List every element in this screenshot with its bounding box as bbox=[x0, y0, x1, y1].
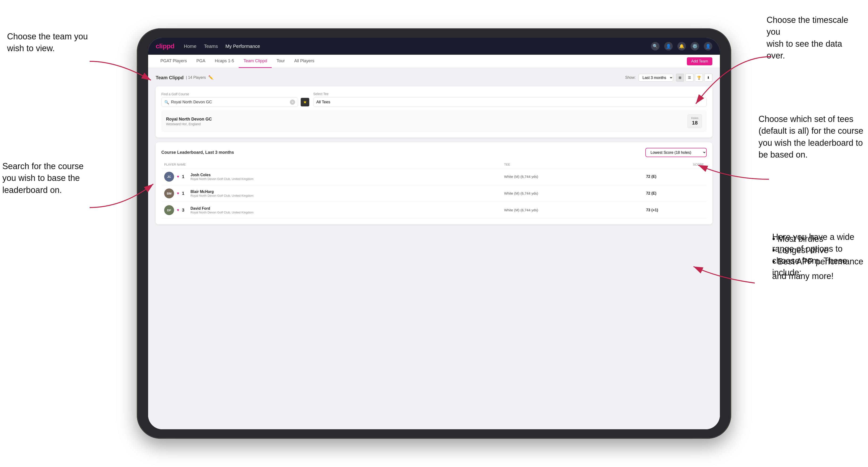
app-logo: clippd bbox=[156, 42, 174, 50]
annotation-tees: Choose which set of tees (default is all… bbox=[758, 113, 863, 161]
team-title: Team Clippd | 14 Players ✏️ bbox=[156, 75, 214, 81]
grid-view-button[interactable]: ⊞ bbox=[676, 73, 684, 82]
course-search-card: Find a Golf Course 🔍 ✕ ★ Select Tee bbox=[156, 86, 712, 137]
player-tee: White (M) (6,744 yds) bbox=[504, 208, 538, 212]
subnav-team-clippd[interactable]: Team Clippd bbox=[239, 55, 272, 68]
course-search-input-wrap: 🔍 ✕ bbox=[161, 97, 298, 107]
player-club: Royal North Devon Golf Club, United King… bbox=[191, 211, 253, 214]
view-icons: ⊞ ☰ 🏆 ⬇ bbox=[676, 73, 712, 82]
edit-team-icon[interactable]: ✏️ bbox=[208, 75, 214, 80]
nav-teams[interactable]: Teams bbox=[204, 44, 218, 49]
table-row: BM ♥ 1 Blair McHarg Royal North Devon Go… bbox=[161, 185, 707, 202]
trophy-view-button[interactable]: 🏆 bbox=[695, 73, 703, 82]
annotation-timescale: Choose the timescale you wish to see the… bbox=[767, 14, 861, 62]
course-result: Royal North Devon GC Westward Ho!, Engla… bbox=[161, 111, 707, 132]
main-content: Team Clippd | 14 Players ✏️ Show: Last 3… bbox=[148, 68, 720, 429]
course-location: Westward Ho!, England bbox=[166, 122, 212, 126]
holes-badge: Holes 18 bbox=[687, 115, 702, 128]
team-header: Team Clippd | 14 Players ✏️ Show: Last 3… bbox=[156, 73, 712, 82]
player-tee: White (M) (6,744 yds) bbox=[504, 191, 538, 195]
player-name: Josh Coles bbox=[191, 173, 253, 177]
tablet-screen: clippd Home Teams My Performance 🔍 👤 🔔 ⚙… bbox=[148, 38, 720, 429]
nav-bar: clippd Home Teams My Performance 🔍 👤 🔔 ⚙… bbox=[148, 38, 720, 55]
search-magnifier-icon: 🔍 bbox=[164, 100, 169, 104]
player-avatar: BM bbox=[164, 188, 174, 198]
table-row: DF ♥ 3 David Ford Royal North Devon Golf… bbox=[161, 202, 707, 219]
user-avatar-icon[interactable]: 👤 bbox=[704, 42, 712, 51]
player-rank: 1 bbox=[182, 191, 188, 196]
annotation-choose-team: Choose the team you wish to view. bbox=[7, 31, 88, 55]
player-score: 73 (+1) bbox=[646, 208, 658, 212]
settings-icon[interactable]: ⚙️ bbox=[691, 42, 699, 51]
team-controls: Show: Last 3 months ⊞ ☰ 🏆 ⬇ bbox=[625, 73, 712, 82]
score-header: SCORE bbox=[643, 161, 707, 168]
heart-icon[interactable]: ♥ bbox=[177, 175, 179, 179]
tee-header: TEE bbox=[501, 161, 643, 168]
leaderboard-card: Course Leaderboard, Last 3 months Lowest… bbox=[156, 142, 712, 224]
find-course-group: Find a Golf Course 🔍 ✕ ★ bbox=[161, 92, 309, 107]
bell-icon[interactable]: 🔔 bbox=[677, 42, 686, 51]
heart-icon[interactable]: ♥ bbox=[177, 208, 179, 212]
leaderboard-title: Course Leaderboard, Last 3 months bbox=[161, 150, 234, 155]
player-avatar: DF bbox=[164, 205, 174, 215]
player-info: David Ford Royal North Devon Golf Club, … bbox=[191, 206, 253, 214]
nav-links: Home Teams My Performance bbox=[184, 44, 651, 49]
player-rank: 3 bbox=[182, 208, 188, 213]
download-button[interactable]: ⬇ bbox=[704, 73, 712, 82]
tee-select-group: Select Tee All Tees bbox=[313, 92, 707, 107]
sub-nav: PGAT Players PGA Hcaps 1-5 Team Clippd T… bbox=[148, 55, 720, 68]
holes-number: 18 bbox=[691, 120, 699, 126]
leaderboard-header: Course Leaderboard, Last 3 months Lowest… bbox=[161, 148, 707, 157]
add-team-button[interactable]: Add Team bbox=[687, 57, 712, 65]
player-club: Royal North Devon Golf Club, United King… bbox=[191, 194, 253, 197]
table-row: JC ♥ 1 Josh Coles Royal North Devon Golf… bbox=[161, 168, 707, 185]
subnav-tour[interactable]: Tour bbox=[272, 55, 289, 68]
player-tee: White (M) (6,744 yds) bbox=[504, 175, 538, 179]
score-type-select[interactable]: Lowest Score (18 holes) bbox=[645, 148, 707, 157]
player-count: | 14 Players bbox=[186, 75, 206, 80]
nav-home[interactable]: Home bbox=[184, 44, 196, 49]
player-club: Royal North Devon Golf Club, United King… bbox=[191, 177, 253, 181]
nav-icons: 🔍 👤 🔔 ⚙️ 👤 bbox=[651, 42, 712, 51]
subnav-pgat[interactable]: PGAT Players bbox=[156, 55, 191, 68]
holes-label: Holes bbox=[691, 117, 699, 120]
subnav-all-players[interactable]: All Players bbox=[290, 55, 319, 68]
player-name: Blair McHarg bbox=[191, 190, 253, 194]
course-info: Royal North Devon GC Westward Ho!, Engla… bbox=[166, 117, 212, 126]
heart-icon[interactable]: ♥ bbox=[177, 191, 179, 195]
player-rank: 1 bbox=[182, 174, 188, 179]
player-score: 72 (E) bbox=[646, 175, 656, 179]
subnav-pga[interactable]: PGA bbox=[191, 55, 210, 68]
find-course-label: Find a Golf Course bbox=[161, 92, 309, 96]
tee-select-label: Select Tee bbox=[313, 92, 707, 96]
player-avatar: JC bbox=[164, 172, 174, 182]
nav-my-performance[interactable]: My Performance bbox=[225, 44, 260, 49]
course-name: Royal North Devon GC bbox=[166, 117, 212, 122]
player-score: 72 (E) bbox=[646, 191, 656, 195]
player-name: David Ford bbox=[191, 206, 253, 211]
subnav-hcaps[interactable]: Hcaps 1-5 bbox=[210, 55, 239, 68]
clear-search-button[interactable]: ✕ bbox=[290, 99, 295, 105]
player-name-header: PLAYER NAME bbox=[161, 161, 501, 168]
team-name: Team Clippd bbox=[156, 75, 184, 81]
annotation-search-course: Search for the course you wish to base t… bbox=[2, 160, 84, 196]
player-info: Josh Coles Royal North Devon Golf Club, … bbox=[191, 173, 253, 181]
annotation-options: Here you have a wide range of options to… bbox=[772, 231, 863, 281]
show-label: Show: bbox=[625, 75, 636, 80]
player-info: Blair McHarg Royal North Devon Golf Club… bbox=[191, 190, 253, 197]
show-select[interactable]: Last 3 months bbox=[639, 74, 673, 82]
leaderboard-table: PLAYER NAME TEE SCORE JC ♥ 1 Josh Coles … bbox=[161, 161, 707, 219]
search-row: Find a Golf Course 🔍 ✕ ★ Select Tee bbox=[161, 92, 707, 107]
tablet-shell: clippd Home Teams My Performance 🔍 👤 🔔 ⚙… bbox=[137, 28, 731, 439]
search-icon[interactable]: 🔍 bbox=[651, 42, 659, 51]
people-icon[interactable]: 👤 bbox=[664, 42, 673, 51]
tee-select[interactable]: All Tees bbox=[313, 97, 707, 107]
course-search-input[interactable] bbox=[171, 100, 288, 104]
favorite-button[interactable]: ★ bbox=[301, 98, 309, 106]
list-view-button[interactable]: ☰ bbox=[685, 73, 693, 82]
